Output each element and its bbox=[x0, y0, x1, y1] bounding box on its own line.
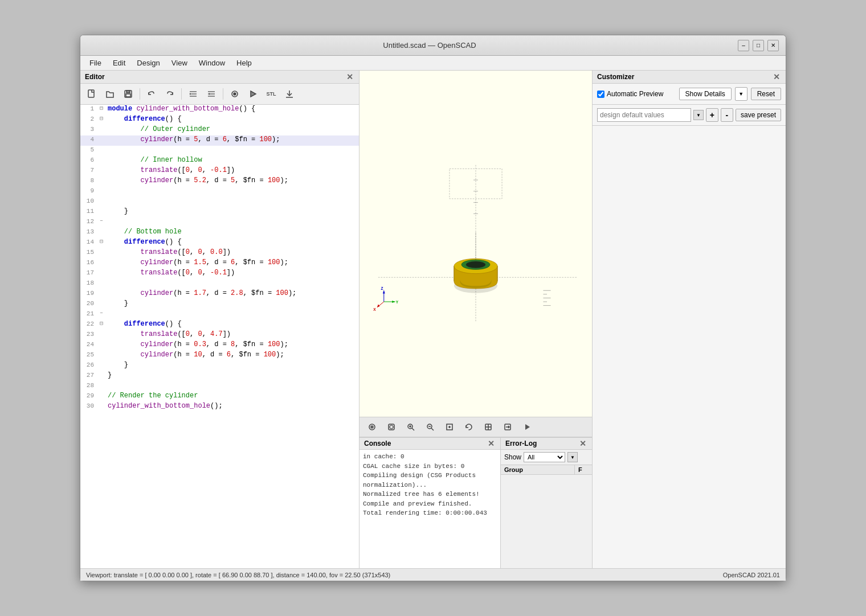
save-preset-button[interactable]: save preset bbox=[736, 109, 781, 121]
editor-panel: Editor ✕ bbox=[80, 71, 360, 568]
auto-preview-checkbox[interactable] bbox=[597, 91, 604, 98]
toolbar-sep-2 bbox=[181, 88, 182, 100]
errorlog-toolbar: Show All Errors Warnings ▼ bbox=[501, 450, 592, 465]
console-line-2: CGAL cache size in bytes: 0 bbox=[363, 462, 497, 471]
main-area: Editor ✕ bbox=[80, 71, 786, 568]
indent-less-button[interactable] bbox=[203, 86, 219, 102]
maximize-button[interactable]: □ bbox=[753, 40, 764, 51]
svg-rect-2 bbox=[126, 91, 130, 93]
col-group: Group bbox=[501, 465, 575, 474]
svg-point-44 bbox=[371, 426, 373, 428]
code-line-1: 1 ⊟ module cylinder_with_bottom_hole() { bbox=[80, 105, 359, 115]
editor-label: Editor bbox=[85, 73, 105, 81]
console-label: Console bbox=[364, 440, 391, 447]
svg-point-46 bbox=[390, 425, 393, 429]
editor-toolbar: STL bbox=[80, 84, 359, 105]
code-line-7: 7 translate([0, 0, -0.1]) bbox=[80, 166, 359, 176]
auto-preview-label[interactable]: Automatic Preview bbox=[597, 90, 663, 98]
toolbar-sep-1 bbox=[140, 88, 140, 100]
svg-marker-35 bbox=[377, 305, 380, 307]
preset-input[interactable] bbox=[597, 108, 691, 122]
code-line-17: 17 translate([0, 0, -0.1]) bbox=[80, 269, 359, 279]
preset-remove-button[interactable]: - bbox=[721, 108, 733, 122]
col-f: F bbox=[575, 465, 592, 474]
console-line-3: Compiling design (CSG Products normaliza… bbox=[363, 471, 497, 490]
undo-button[interactable] bbox=[144, 86, 160, 102]
play-btn[interactable] bbox=[519, 419, 535, 435]
indent-more-button[interactable] bbox=[185, 86, 201, 102]
zoom-in-btn[interactable] bbox=[403, 419, 419, 435]
svg-rect-0 bbox=[88, 90, 94, 97]
code-line-5: 5 bbox=[80, 146, 359, 156]
customizer-panel: Customizer ✕ Automatic Preview Show Deta… bbox=[592, 71, 786, 568]
editor-close[interactable]: ✕ bbox=[345, 72, 354, 81]
export-stl-button[interactable]: STL bbox=[263, 86, 279, 102]
code-line-20: 20 } bbox=[80, 299, 359, 310]
zoom-fit-btn[interactable] bbox=[442, 419, 457, 435]
console-line-5: Compile and preview finished. bbox=[363, 499, 497, 509]
reset-view-btn[interactable] bbox=[461, 419, 477, 435]
preset-dropdown-arrow[interactable]: ▼ bbox=[693, 110, 704, 120]
show-details-dropdown[interactable]: ▼ bbox=[735, 87, 747, 101]
menu-edit[interactable]: Edit bbox=[108, 58, 130, 68]
error-filter-dropdown-arrow[interactable]: ▼ bbox=[567, 452, 578, 462]
reset-button[interactable]: Reset bbox=[751, 88, 781, 100]
code-line-23: 23 translate([0, 0, 4.7]) bbox=[80, 330, 359, 340]
view-left-btn[interactable] bbox=[480, 419, 496, 435]
view-right-btn[interactable] bbox=[500, 419, 516, 435]
code-line-14: 14 ⊟ difference() { bbox=[80, 238, 359, 248]
code-line-22: 22 ⊟ difference() { bbox=[80, 320, 359, 330]
title-bar: Untitled.scad — OpenSCAD – □ ✕ bbox=[80, 35, 786, 56]
export-button[interactable] bbox=[281, 86, 297, 102]
errorlog-close[interactable]: ✕ bbox=[578, 439, 587, 448]
customizer-close[interactable]: ✕ bbox=[772, 72, 781, 81]
svg-point-25 bbox=[466, 261, 485, 268]
console-line-1: in cache: 0 bbox=[363, 452, 497, 462]
errorlog-panel: Error-Log ✕ Show All Errors Warnings ▼ G bbox=[501, 438, 592, 568]
code-line-30: 30 cylinder_with_bottom_hole(); bbox=[80, 402, 359, 412]
code-line-24: 24 cylinder(h = 0.3, d = 8, $fn = 100); bbox=[80, 340, 359, 351]
menu-file[interactable]: File bbox=[85, 58, 106, 68]
code-line-10: 10 bbox=[80, 197, 359, 207]
code-line-16: 16 cylinder(h = 1.5, d = 6, $fn = 100); bbox=[80, 258, 359, 269]
redo-button[interactable] bbox=[162, 86, 178, 102]
window-title: Untitled.scad — OpenSCAD bbox=[383, 41, 476, 50]
save-file-button[interactable] bbox=[120, 86, 136, 102]
error-filter-select[interactable]: All Errors Warnings bbox=[524, 452, 565, 462]
svg-marker-29 bbox=[383, 290, 385, 293]
svg-marker-32 bbox=[392, 301, 395, 303]
new-file-button[interactable] bbox=[84, 86, 100, 102]
code-editor[interactable]: 1 ⊟ module cylinder_with_bottom_hole() {… bbox=[80, 105, 359, 568]
viewport-3d[interactable]: Z Y X bbox=[360, 71, 592, 417]
menu-view[interactable]: View bbox=[167, 58, 192, 68]
preset-add-button[interactable]: + bbox=[706, 108, 718, 122]
zoom-out-btn[interactable] bbox=[422, 419, 438, 435]
svg-text:X: X bbox=[373, 307, 376, 311]
svg-text:Y: Y bbox=[396, 300, 399, 304]
customizer-content bbox=[593, 126, 786, 568]
console-close[interactable]: ✕ bbox=[487, 439, 496, 448]
render-button[interactable] bbox=[245, 86, 261, 102]
close-button[interactable]: ✕ bbox=[767, 40, 779, 51]
viewport-panel: Z Y X bbox=[360, 71, 592, 568]
code-line-8: 8 cylinder(h = 5.2, d = 5, $fn = 100); bbox=[80, 176, 359, 187]
status-bar: Viewport: translate = [ 0.00 0.00 0.00 ]… bbox=[80, 568, 786, 581]
viewport-preview-btn[interactable] bbox=[364, 419, 380, 435]
console-panel: Console ✕ in cache: 0 CGAL cache size in… bbox=[360, 438, 501, 568]
status-left: Viewport: translate = [ 0.00 0.00 0.00 ]… bbox=[86, 572, 390, 578]
code-line-2: 2 ⊟ difference() { bbox=[80, 115, 359, 125]
menu-window[interactable]: Window bbox=[194, 58, 230, 68]
code-line-19: 19 cylinder(h = 1.7, d = 2.8, $fn = 100)… bbox=[80, 289, 359, 299]
show-details-button[interactable]: Show Details bbox=[679, 88, 732, 100]
menu-help[interactable]: Help bbox=[232, 58, 256, 68]
title-controls: – □ ✕ bbox=[738, 40, 779, 51]
code-line-29: 29 // Render the cylinder bbox=[80, 392, 359, 402]
menu-design[interactable]: Design bbox=[132, 58, 164, 68]
editor-header: Editor ✕ bbox=[80, 71, 359, 84]
minimize-button[interactable]: – bbox=[738, 40, 749, 51]
menu-bar: File Edit Design View Window Help bbox=[80, 56, 786, 71]
preview-button[interactable] bbox=[227, 86, 243, 102]
viewport-render-btn[interactable] bbox=[383, 419, 399, 435]
toolbar-sep-3 bbox=[223, 88, 223, 100]
open-file-button[interactable] bbox=[102, 86, 118, 102]
